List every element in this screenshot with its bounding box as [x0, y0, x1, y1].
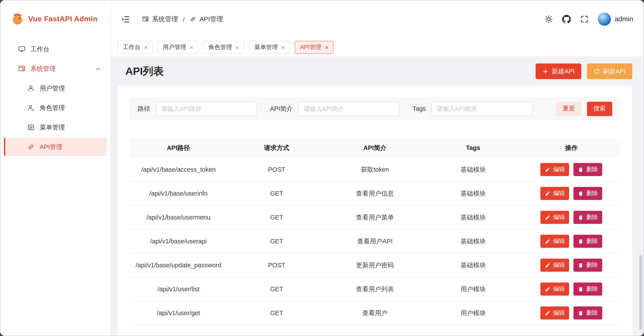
fullscreen-icon[interactable] [580, 15, 589, 23]
trash-icon [578, 310, 584, 316]
edit-button-label: 编辑 [553, 285, 565, 293]
sidebar-item-menus[interactable]: 菜单管理 [4, 118, 107, 137]
cell-path: /api/v1/base/access_token [129, 166, 228, 173]
rooster-logo-icon [11, 12, 24, 26]
api-table-body: /api/v1/base/access_token POST 获取token 基… [129, 158, 620, 325]
github-icon[interactable] [562, 15, 571, 23]
delete-button[interactable]: 删除 [574, 163, 602, 176]
edit-button-label: 编辑 [553, 237, 565, 245]
collapse-sidebar-icon[interactable] [121, 14, 130, 24]
main-column: 系统管理 / API管理 [110, 0, 644, 336]
pencil-icon [545, 191, 550, 196]
user-icon [27, 84, 35, 92]
close-icon[interactable]: × [325, 44, 328, 50]
column-header-method: 请求方式 [228, 144, 326, 152]
tab[interactable]: 菜单管理 × [249, 41, 290, 54]
summary-filter-input[interactable] [298, 102, 400, 116]
cell-actions: 编辑 删除 [522, 163, 620, 176]
column-header-actions: 操作 [522, 144, 620, 152]
breadcrumb-item-api[interactable]: API管理 [190, 15, 223, 23]
tags-filter-input[interactable] [432, 102, 532, 116]
filter-path: 路径 [138, 102, 257, 116]
path-filter-input[interactable] [156, 102, 257, 116]
tabs-bar: 工作台 × 用户管理 × 角色管理 × 菜单管理 × API管理 × [110, 38, 644, 57]
reset-button[interactable]: 重置 [556, 102, 581, 116]
cell-method: POST [228, 166, 326, 173]
delete-button[interactable]: 删除 [574, 187, 602, 200]
delete-button-label: 删除 [586, 285, 598, 293]
edit-button[interactable]: 编辑 [540, 307, 569, 320]
pencil-icon [545, 286, 550, 292]
breadcrumb: 系统管理 / API管理 [142, 15, 223, 23]
edit-button[interactable]: 编辑 [540, 283, 569, 296]
trash-icon [578, 214, 584, 220]
filter-tags: Tags [412, 102, 532, 116]
delete-button[interactable]: 删除 [574, 211, 602, 224]
edit-button-label: 编辑 [553, 309, 565, 317]
delete-button[interactable]: 删除 [574, 283, 602, 296]
close-icon[interactable]: × [281, 44, 285, 50]
edit-button[interactable]: 编辑 [540, 259, 569, 272]
tags-filter-label: Tags [412, 105, 426, 112]
delete-button-label: 删除 [586, 166, 598, 173]
create-api-label: 新建API [552, 67, 575, 75]
cell-tags: 用户模块 [424, 285, 522, 293]
table-row: /api/v1/base/usermenu GET 查看用户菜单 基础模块 编辑… [129, 206, 620, 229]
plus-icon [542, 68, 549, 75]
breadcrumb-item-system[interactable]: 系统管理 [142, 15, 178, 23]
edit-button[interactable]: 编辑 [540, 187, 569, 200]
cell-summary: 查看用户API [326, 237, 424, 245]
cell-path: /api/v1/base/update_password [129, 262, 228, 269]
sidebar-item-users[interactable]: 用户管理 [4, 79, 107, 97]
trash-icon [578, 262, 584, 268]
refresh-api-button[interactable]: 刷新API [587, 63, 632, 79]
trash-icon [578, 238, 584, 244]
edit-button[interactable]: 编辑 [540, 235, 569, 248]
search-button[interactable]: 搜索 [587, 102, 612, 116]
sidebar-item-system[interactable]: 系统管理 [4, 60, 107, 78]
tab[interactable]: 角色管理 × [203, 41, 244, 54]
app-logo[interactable]: Vue FastAPI Admin [0, 0, 110, 38]
refresh-api-label: 刷新API [603, 67, 626, 75]
breadcrumb-label: API管理 [200, 15, 223, 23]
delete-button-label: 删除 [586, 189, 598, 197]
vertical-scrollbar[interactable] [639, 255, 642, 330]
api-list-card: 路径 API简介 Tags 重置 搜索 [118, 86, 632, 336]
delete-button[interactable]: 删除 [574, 259, 602, 272]
delete-button-label: 删除 [586, 237, 598, 245]
tab[interactable]: 用户管理 × [158, 41, 198, 54]
close-icon[interactable]: × [236, 44, 239, 50]
cell-tags: 用户模块 [424, 309, 522, 317]
delete-button[interactable]: 删除 [574, 235, 602, 248]
edit-button[interactable]: 编辑 [540, 211, 569, 224]
edit-button[interactable]: 编辑 [540, 163, 569, 176]
sidebar-item-label: 工作台 [30, 45, 50, 53]
sidebar-item-workbench[interactable]: 工作台 [4, 40, 107, 58]
tab[interactable]: API管理 × [295, 41, 334, 54]
table-row: /api/v1/user/get GET 查看用户 用户模块 编辑 删除 [129, 301, 620, 325]
path-filter-label: 路径 [138, 105, 150, 113]
pencil-icon [545, 167, 550, 172]
pencil-icon [545, 214, 550, 220]
cell-actions: 编辑 删除 [522, 307, 620, 320]
tab-label: 角色管理 [208, 43, 232, 51]
breadcrumb-label: 系统管理 [152, 15, 178, 23]
sidebar-item-roles[interactable]: 角色管理 [4, 99, 107, 117]
close-icon[interactable]: × [190, 44, 193, 50]
tab[interactable]: 工作台 × [118, 41, 152, 54]
table-header-row: API路径 请求方式 API简介 Tags 操作 [129, 138, 620, 158]
cell-path: /api/v1/base/userapi [129, 238, 228, 245]
cell-tags: 基础模块 [424, 166, 522, 174]
sidebar-item-label: API管理 [40, 143, 62, 151]
theme-toggle-sun-icon[interactable] [544, 15, 553, 23]
user-menu[interactable]: admin [598, 12, 633, 26]
summary-filter-label: API简介 [270, 105, 293, 113]
close-icon[interactable]: × [144, 44, 148, 50]
sidebar-item-api[interactable]: API管理 [4, 138, 107, 156]
page-actions: 新建API 刷新API [536, 63, 632, 79]
topbar-actions: admin [544, 12, 633, 26]
create-api-button[interactable]: 新建API [536, 63, 581, 79]
delete-button[interactable]: 删除 [574, 307, 602, 320]
cell-method: POST [228, 262, 326, 269]
filter-actions: 重置 搜索 [556, 102, 612, 116]
